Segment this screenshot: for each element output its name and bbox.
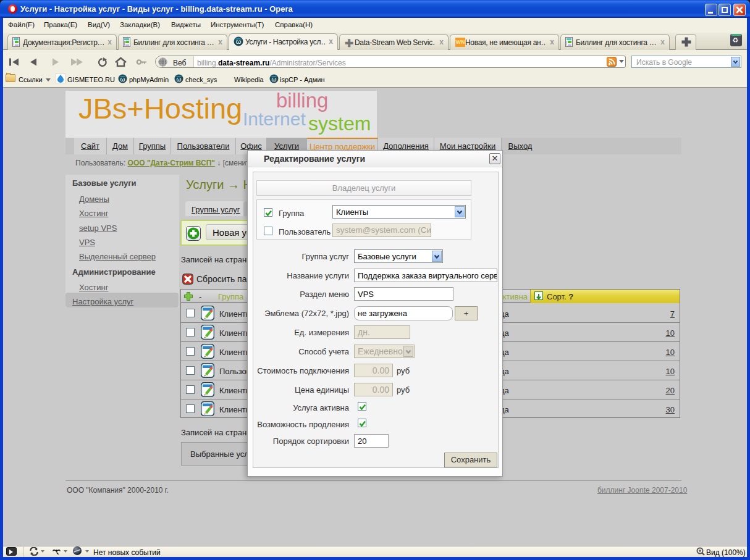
svg-text:ω: ω — [236, 38, 242, 45]
svg-text:ω: ω — [272, 76, 277, 83]
svg-text:ω: ω — [177, 76, 182, 83]
svg-text:ω: ω — [120, 76, 125, 83]
